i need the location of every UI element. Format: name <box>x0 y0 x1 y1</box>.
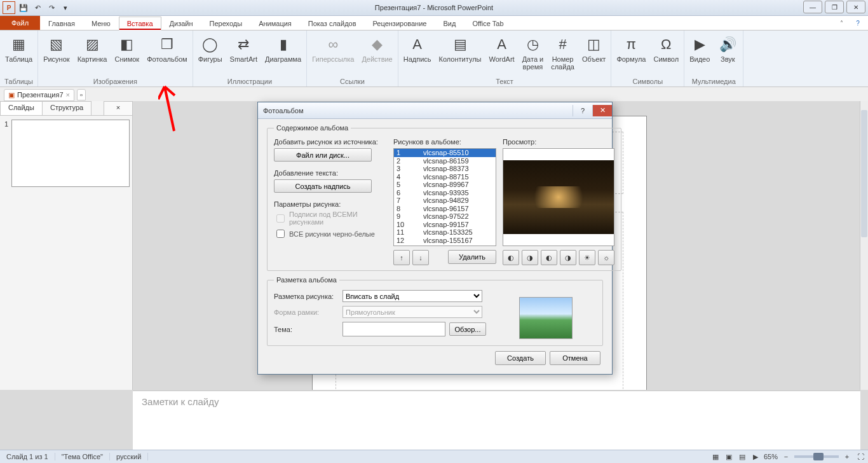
ribbon-item[interactable]: ◯Фигуры <box>197 33 224 65</box>
ribbon-icon: ◆ <box>367 34 388 55</box>
list-row[interactable]: 5vlcsnap-89967 <box>394 181 496 189</box>
notes-pane[interactable]: Заметки к слайду <box>133 390 860 450</box>
ribbon-tab-row: Файл ГлавнаяМенюВставкаДизайнПереходыАни… <box>0 16 868 31</box>
tab-Office Tab[interactable]: Office Tab <box>464 16 512 30</box>
vertical-scrollbar[interactable] <box>860 101 868 390</box>
redo-icon[interactable]: ↷ <box>46 2 57 13</box>
list-row[interactable]: 7vlcsnap-94829 <box>394 197 496 205</box>
close-button[interactable]: ✕ <box>846 1 865 13</box>
doc-close-icon[interactable]: × <box>66 91 70 99</box>
preview-tool-2[interactable]: ◐ <box>541 250 557 265</box>
doc-title: Презентация7 <box>17 91 64 99</box>
photo-album-dialog[interactable]: Фотоальбом ? ✕ Содержимое альбома Добави… <box>257 102 613 375</box>
qat-more-icon[interactable]: ▾ <box>60 2 71 13</box>
tab-Меню[interactable]: Меню <box>83 16 119 30</box>
zoom-out-icon[interactable]: − <box>781 452 791 462</box>
ribbon-minimize-icon[interactable]: ˄ <box>835 18 848 27</box>
create-button[interactable]: Создать <box>495 351 546 365</box>
theme-input[interactable] <box>342 322 445 336</box>
zoom-slider[interactable] <box>794 455 839 458</box>
bw-checkbox[interactable] <box>276 230 285 238</box>
ribbon-item[interactable]: 🔊Звук <box>716 33 739 65</box>
tab-Дизайн[interactable]: Дизайн <box>161 16 201 30</box>
tab-Рецензирование[interactable]: Рецензирование <box>365 16 435 30</box>
list-row[interactable]: 6vlcsnap-93935 <box>394 189 496 197</box>
save-icon[interactable]: 💾 <box>18 2 29 13</box>
list-row[interactable]: 9vlcsnap-97522 <box>394 212 496 221</box>
fit-to-window-icon[interactable]: ⛶ <box>855 452 865 462</box>
preview-tool-0[interactable]: ◐ <box>503 250 519 265</box>
ribbon-item-label: Колонтитулы <box>439 56 482 64</box>
tab-slides[interactable]: Слайды <box>0 101 43 115</box>
ribbon-item[interactable]: ▮Диаграмма <box>264 33 302 65</box>
dialog-close-icon[interactable]: ✕ <box>592 105 612 116</box>
delete-button[interactable]: Удалить <box>448 250 496 264</box>
slide-thumbnail[interactable]: 1 <box>11 120 130 187</box>
view-sorter-icon[interactable]: ▣ <box>724 452 734 462</box>
move-up-button[interactable]: ↑ <box>393 250 410 265</box>
browse-button[interactable]: Обзор... <box>449 322 486 336</box>
tab-Показ слайдов[interactable]: Показ слайдов <box>300 16 365 30</box>
list-row[interactable]: 11vlcsnap-153325 <box>394 228 496 237</box>
ribbon-item[interactable]: ▶Видео <box>688 33 711 65</box>
file-tab[interactable]: Файл <box>0 16 40 30</box>
move-down-button[interactable]: ↓ <box>412 250 429 265</box>
ribbon-group: ∞Гиперссылка◆ДействиеСсылки <box>307 31 398 86</box>
list-row[interactable]: 8vlcsnap-96157 <box>394 205 496 213</box>
ribbon-item[interactable]: ▧Рисунок <box>42 33 71 65</box>
view-normal-icon[interactable]: ▦ <box>710 452 721 462</box>
ribbon-icon: ❒ <box>157 34 177 55</box>
dialog-help-icon[interactable]: ? <box>573 105 592 116</box>
minimize-button[interactable]: — <box>803 1 822 13</box>
preview-tool-1[interactable]: ◑ <box>522 250 538 265</box>
ribbon-item[interactable]: ◫Объект <box>581 33 607 65</box>
picture-layout-select[interactable]: Вписать в слайд <box>342 290 482 302</box>
captions-label: Подписи под ВСЕМИ рисунками <box>289 211 387 226</box>
help-icon[interactable]: ? <box>851 18 864 27</box>
cancel-button[interactable]: Отмена <box>550 351 600 365</box>
ribbon-item[interactable]: ◷Дата и время <box>521 33 545 72</box>
tab-Анимация[interactable]: Анимация <box>250 16 300 30</box>
tab-outline[interactable]: Структура <box>42 101 92 115</box>
list-row[interactable]: 10vlcsnap-99157 <box>394 221 496 229</box>
preview-tool-5[interactable]: ☼ <box>598 250 614 265</box>
undo-icon[interactable]: ↶ <box>32 2 43 13</box>
ribbon-item[interactable]: ΩСимвол <box>652 33 680 65</box>
preview-tool-4[interactable]: ☀ <box>579 250 595 265</box>
panel-close-icon[interactable]: × <box>104 101 133 115</box>
file-or-disk-button[interactable]: Файл или диск... <box>274 148 372 162</box>
ribbon-item[interactable]: AWordArt <box>488 33 516 65</box>
list-row[interactable]: 1vlcsnap-85510 <box>394 149 496 157</box>
list-row[interactable]: 4vlcsnap-88715 <box>394 173 496 181</box>
list-row[interactable]: 2vlcsnap-86159 <box>394 157 496 165</box>
ribbon-item-label: Картинка <box>78 56 107 64</box>
ribbon-item[interactable]: ❒Фотоальбом <box>146 33 189 65</box>
new-tab-button[interactable]: ▫ <box>77 89 86 100</box>
tab-Вид[interactable]: Вид <box>435 16 464 30</box>
ribbon-item[interactable]: ▤Колонтитулы <box>438 33 483 65</box>
maximize-button[interactable]: ❐ <box>825 1 844 13</box>
ribbon-icon: ▤ <box>450 34 470 55</box>
image-listbox[interactable]: 1vlcsnap-855102vlcsnap-861593vlcsnap-883… <box>393 148 496 246</box>
ribbon-item[interactable]: #Номер слайда <box>550 33 576 72</box>
tab-Вставка[interactable]: Вставка <box>119 17 161 31</box>
create-textbox-button[interactable]: Создать надпись <box>274 179 372 193</box>
ribbon-item[interactable]: πФормула <box>615 33 647 65</box>
preview-tool-3[interactable]: ◑ <box>560 250 576 265</box>
document-tab[interactable]: ▣ Презентация7 × <box>4 89 74 101</box>
dialog-title-bar[interactable]: Фотоальбом ? ✕ <box>258 102 612 119</box>
ribbon-item[interactable]: ◧Снимок <box>113 33 140 65</box>
list-row[interactable]: 3vlcsnap-88373 <box>394 165 496 173</box>
tab-Переходы[interactable]: Переходы <box>201 16 251 30</box>
ribbon-item[interactable]: ▦Таблица <box>4 33 34 65</box>
dialog-title: Фотоальбом <box>263 107 304 114</box>
view-slideshow-icon[interactable]: ▶ <box>750 452 761 462</box>
ribbon-item[interactable]: AНадпись <box>402 33 433 65</box>
tab-Главная[interactable]: Главная <box>40 16 83 30</box>
ribbon-item[interactable]: ▨Картинка <box>76 33 109 65</box>
zoom-in-icon[interactable]: + <box>842 452 852 462</box>
view-reading-icon[interactable]: ▤ <box>737 452 747 462</box>
ribbon-item[interactable]: ⇄SmartArt <box>229 33 259 65</box>
list-row[interactable]: 12vlcsnap-155167 <box>394 237 496 245</box>
ribbon-item: ◆Действие <box>360 33 393 65</box>
